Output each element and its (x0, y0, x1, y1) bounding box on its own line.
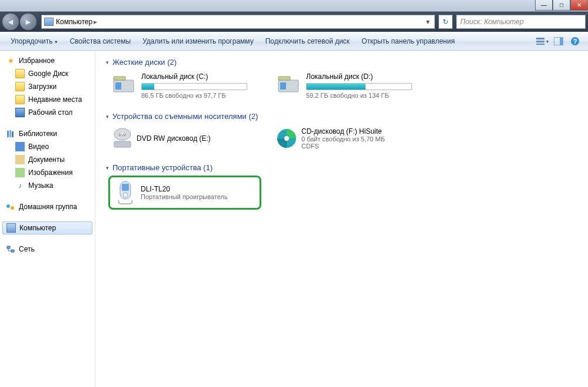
capacity-bar (141, 83, 247, 90)
drive-d[interactable]: Локальный диск (D:) 59,2 ГБ свободно из … (273, 70, 426, 101)
sidebar-item-google-disk[interactable]: Google Диск (2, 67, 95, 80)
navigation-pane: ★ Избранное Google Диск Загрузки Недавни… (0, 51, 95, 387)
drive-cd[interactable]: CD-дисковод (F:) HiSuite 0 байт свободно… (273, 124, 426, 153)
svg-text:DVD: DVD (119, 133, 127, 137)
svg-point-10 (6, 204, 10, 208)
group-portable: ▾ Портативные устройства (1) DLI-TL20 По… (102, 161, 581, 210)
svg-rect-27 (122, 184, 129, 191)
svg-rect-19 (278, 77, 290, 80)
sidebar-item-documents[interactable]: Документы (2, 153, 95, 166)
search-input[interactable]: Поиск: Компьютер (456, 15, 586, 29)
svg-point-28 (123, 193, 128, 197)
search-placeholder: Поиск: Компьютер (460, 18, 524, 26)
homegroup-icon (6, 202, 15, 211)
media-player-icon (115, 181, 136, 204)
group-header-portable[interactable]: ▾ Портативные устройства (1) (102, 161, 581, 176)
drive-dvd[interactable]: DVD DVD RW дисковод (E:) (108, 124, 261, 153)
forward-button[interactable]: ► (20, 14, 36, 30)
svg-rect-1 (536, 41, 544, 42)
uninstall-program-button[interactable]: Удалить или изменить программу (137, 37, 260, 45)
close-button[interactable]: ✕ (570, 0, 588, 11)
group-header-hdd[interactable]: ▾ Жесткие диски (2) (102, 55, 581, 70)
sidebar-item-desktop[interactable]: Рабочий стол (2, 106, 95, 119)
views-icon (536, 37, 545, 45)
folder-icon (15, 69, 25, 78)
collapse-icon: ▾ (106, 165, 109, 171)
open-control-panel-button[interactable]: Открыть панель управления (356, 37, 461, 45)
svg-rect-12 (7, 246, 10, 249)
sidebar-item-pictures[interactable]: Изображения (2, 166, 95, 179)
sidebar-item-downloads[interactable]: Загрузки (2, 80, 95, 93)
document-icon (15, 155, 25, 164)
device-title: CD-дисковод (F:) HiSuite (301, 127, 385, 135)
svg-point-25 (284, 136, 289, 141)
libraries-icon (6, 129, 15, 138)
svg-rect-22 (114, 141, 131, 147)
portable-device[interactable]: DLI-TL20 Портативный проигрыватель (108, 176, 261, 210)
hdd-icon (275, 72, 301, 96)
svg-text:?: ? (573, 38, 577, 45)
video-icon (15, 142, 25, 151)
minimize-button[interactable]: — (535, 0, 553, 11)
svg-rect-9 (12, 131, 14, 137)
svg-rect-15 (115, 82, 121, 90)
drive-subtitle: 59,2 ГБ свободно из 134 ГБ (306, 92, 424, 99)
svg-point-11 (11, 206, 14, 210)
chevron-right-icon[interactable]: ▸ (92, 18, 98, 26)
star-icon: ★ (6, 56, 15, 65)
homegroup-header[interactable]: Домашняя группа (2, 200, 95, 213)
drive-title: Локальный диск (D:) (306, 72, 424, 81)
device-subtitle: Портативный проигрыватель (141, 193, 228, 200)
svg-rect-13 (11, 250, 14, 252)
maximize-button[interactable]: □ (553, 0, 570, 11)
capacity-bar (306, 83, 412, 90)
music-icon: ♪ (15, 181, 25, 190)
libraries-header[interactable]: Библиотеки (2, 127, 95, 140)
sidebar-item-recent[interactable]: Недавние места (2, 93, 95, 106)
group-removable: ▾ Устройства со съемными носителями (2) … (102, 110, 581, 153)
organize-menu[interactable]: Упорядочить (5, 37, 64, 45)
svg-rect-16 (114, 77, 125, 80)
system-properties-button[interactable]: Свойства системы (64, 37, 137, 45)
panel-icon (554, 37, 563, 45)
sidebar-item-network[interactable]: Сеть (2, 243, 95, 256)
network-icon (6, 244, 15, 254)
favorites-header[interactable]: ★ Избранное (2, 54, 95, 67)
refresh-button[interactable]: ↻ (438, 15, 453, 29)
drive-c[interactable]: Локальный диск (C:) 86,5 ГБ свободно из … (108, 70, 261, 101)
cd-drive-icon (275, 127, 297, 150)
sidebar-item-computer[interactable]: Компьютер (2, 221, 92, 234)
sidebar-item-music[interactable]: ♪ Музыка (2, 179, 95, 192)
help-icon: ? (570, 37, 580, 46)
drive-title: Локальный диск (C:) (141, 72, 259, 81)
svg-rect-4 (560, 38, 563, 45)
back-button[interactable]: ◄ (2, 14, 19, 30)
help-button[interactable]: ? (568, 35, 582, 48)
content-pane: ▾ Жесткие диски (2) Локальный диск (C:) … (95, 51, 588, 387)
window-titlebar: — □ ✕ (0, 0, 588, 12)
computer-icon (44, 18, 54, 26)
folder-icon (15, 95, 25, 104)
collapse-icon: ▾ (106, 114, 109, 120)
group-header-removable[interactable]: ▾ Устройства со съемными носителями (2) (102, 110, 581, 124)
sidebar-item-videos[interactable]: Видео (2, 140, 95, 153)
svg-rect-2 (536, 44, 544, 45)
svg-rect-18 (280, 82, 286, 90)
group-hard-drives: ▾ Жесткие диски (2) Локальный диск (C:) … (102, 55, 581, 101)
breadcrumb-segment[interactable]: Компьютер (56, 18, 92, 26)
views-button[interactable]: ▾ (535, 35, 549, 48)
computer-icon (6, 223, 16, 233)
device-title: DVD RW дисковод (E:) (137, 134, 211, 143)
drive-subtitle: 86,5 ГБ свободно из 97,7 ГБ (141, 92, 259, 99)
address-dropdown-icon[interactable]: ▾ (424, 18, 432, 26)
svg-rect-0 (536, 38, 544, 39)
device-subtitle: 0 байт свободно из 5,70 МБ (301, 135, 385, 143)
map-network-drive-button[interactable]: Подключить сетевой диск (260, 37, 356, 45)
folder-icon (15, 82, 25, 91)
collapse-icon: ▾ (106, 59, 109, 65)
command-bar: Упорядочить Свойства системы Удалить или… (0, 32, 588, 51)
address-bar[interactable]: Компьютер ▸ ▾ (41, 15, 435, 29)
picture-icon (15, 168, 25, 177)
desktop-icon (15, 108, 25, 117)
preview-pane-button[interactable] (552, 35, 566, 48)
